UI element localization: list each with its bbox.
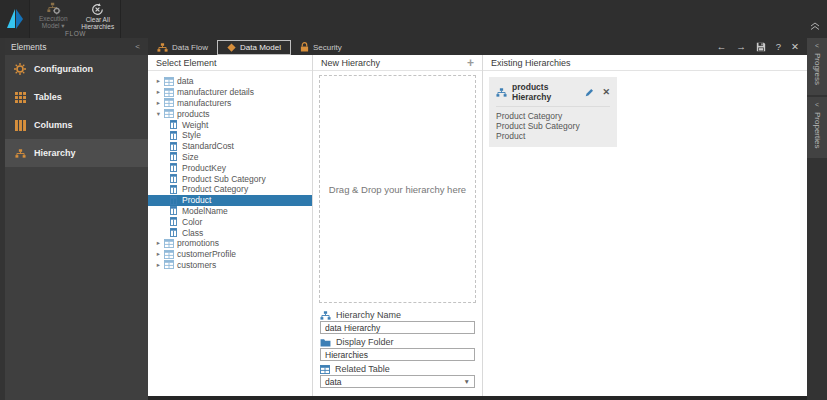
column-blue-icon [168, 206, 179, 215]
add-hierarchy-button[interactable]: + [467, 56, 474, 70]
ribbon-button-label: Clear All Hierarchies [76, 16, 120, 30]
tree-item-size[interactable]: Size [148, 152, 312, 163]
related-table-select[interactable]: data▼ [320, 375, 475, 388]
sidebar-item-columns[interactable]: Columns [5, 111, 148, 139]
collapsed-arrow-icon[interactable]: ▸ [154, 88, 163, 96]
delete-hierarchy-icon[interactable]: ✕ [602, 87, 610, 97]
collapsed-arrow-icon[interactable]: ▸ [154, 77, 163, 85]
tree-item-product-category[interactable]: Product Category [148, 184, 312, 195]
tree-item-weight[interactable]: Weight [148, 119, 312, 130]
execution-model-button[interactable]: Execution Model ▾ [31, 0, 76, 29]
tree-item-label: StandardCost [179, 141, 234, 151]
tree-item-modelname[interactable]: ModelName [148, 206, 312, 217]
hierarchy-level: Product [496, 131, 610, 141]
tree-item-data[interactable]: ▸data [148, 76, 312, 87]
tree-item-promotions[interactable]: ▸promotions [148, 238, 312, 249]
select-element-panel: Select Element ▸data▸manufacturer detail… [148, 55, 313, 396]
collapsed-arrow-icon[interactable]: ▸ [154, 250, 163, 258]
hierarchy-card-products-hierarchy: products Hierarchy✕Product CategoryProdu… [489, 77, 617, 147]
hierarchy-card-header: products Hierarchy✕ [496, 82, 610, 107]
rail-panel-label: Progress [813, 53, 822, 85]
ribbon: Execution Model ▾Clear All Hierarchies F… [0, 0, 827, 38]
field-label-text: Hierarchy Name [336, 310, 401, 320]
new-hierarchy-title: New Hierarchy [321, 58, 380, 68]
hierarchy-dropzone[interactable]: Drag & Drop your hierarchy here [319, 75, 476, 303]
flow-gear-icon [46, 2, 61, 15]
sidebar-item-configuration[interactable]: Configuration [5, 55, 148, 83]
tree-item-customers[interactable]: ▸customers [148, 260, 312, 271]
tree-item-standardcost[interactable]: StandardCost [148, 141, 312, 152]
hierarchy-blue-icon [320, 311, 331, 320]
right-rail: <Progress<Properties [807, 38, 827, 400]
chevron-down-icon: ▼ [464, 378, 470, 385]
tab-data-flow[interactable]: Data Flow [148, 40, 217, 55]
column-blue-icon [168, 163, 179, 172]
tab-data-model[interactable]: Data Model [217, 40, 291, 55]
sidebar-item-hierarchy[interactable]: Hierarchy [5, 139, 148, 167]
sidebar-collapse-icon[interactable]: < [135, 42, 140, 51]
tab-label: Security [313, 43, 342, 52]
rail-panel-properties[interactable]: <Properties [807, 97, 827, 158]
rail-panel-progress[interactable]: <Progress [807, 38, 827, 95]
display-folder-label: Display Folder [313, 334, 482, 348]
column-blue-icon [168, 228, 179, 237]
edit-hierarchy-icon[interactable] [585, 88, 594, 97]
table-lite-icon [163, 109, 174, 118]
tree-item-product[interactable]: Product [148, 195, 312, 206]
collapsed-arrow-icon[interactable]: ▸ [154, 239, 163, 247]
tree-item-product-sub-category[interactable]: Product Sub Category [148, 173, 312, 184]
tree-item-label: customers [174, 260, 216, 270]
table-lite-icon [163, 98, 174, 107]
hierarchy-level: Product Sub Category [496, 121, 610, 131]
collapsed-arrow-icon[interactable]: ▸ [154, 261, 163, 269]
folder-blue-icon [320, 338, 331, 347]
select-element-header: Select Element [148, 55, 312, 71]
column-blue-icon [168, 196, 179, 205]
tab-label: Data Flow [172, 43, 208, 52]
hierarchy-card-title: products Hierarchy [512, 82, 580, 102]
table-lite-icon [163, 239, 174, 248]
new-hierarchy-header: New Hierarchy + [313, 55, 482, 71]
main-content: Select Element ▸data▸manufacturer detail… [148, 55, 807, 396]
ribbon-collapse-icon[interactable] [810, 16, 820, 34]
forward-button[interactable]: → [736, 42, 746, 52]
elements-sidebar: Elements < ConfigurationTablesColumnsHie… [0, 38, 148, 400]
tree-item-class[interactable]: Class [148, 227, 312, 238]
column-blue-icon [168, 185, 179, 194]
back-button[interactable]: ← [717, 42, 727, 52]
column-blue-icon [168, 120, 179, 129]
display-folder-input[interactable] [320, 348, 475, 361]
save-icon[interactable] [756, 42, 766, 52]
close-button[interactable]: ✕ [791, 42, 799, 52]
tree-item-color[interactable]: Color [148, 216, 312, 227]
chevron-left-icon: < [815, 42, 819, 50]
table-blue-icon [320, 365, 330, 374]
tree-item-productkey[interactable]: ProductKey [148, 162, 312, 173]
tree-item-products[interactable]: ▾products [148, 108, 312, 119]
dropzone-hint-text: Drag & Drop your hierarchy here [329, 184, 466, 195]
tree-item-label: products [174, 109, 210, 119]
collapsed-arrow-icon[interactable]: ▸ [154, 99, 163, 107]
sidebar-item-tables[interactable]: Tables [5, 83, 148, 111]
tree-item-label: manufacturer details [174, 87, 254, 97]
tree-item-style[interactable]: Style [148, 130, 312, 141]
app-logo[interactable] [0, 0, 30, 38]
tree-item-manufacturer-details[interactable]: ▸manufacturer details [148, 87, 312, 98]
tree-item-label: manufacturers [174, 98, 231, 108]
help-button[interactable]: ? [776, 42, 781, 52]
tree-item-label: Class [179, 228, 203, 238]
hierarchy-blue-icon [496, 88, 507, 97]
hierarchy-name-input[interactable] [320, 321, 475, 334]
document-tabbar: Data FlowData ModelSecurity ←→?✕ [148, 38, 807, 55]
rail-panel-label: Properties [813, 112, 822, 148]
tab-security[interactable]: Security [291, 40, 351, 55]
hierarchy-name-label: Hierarchy Name [313, 307, 482, 321]
tree-item-label: Weight [179, 120, 208, 130]
tree-item-customerprofile[interactable]: ▸customerProfile [148, 249, 312, 260]
tree-item-label: customerProfile [174, 249, 236, 259]
brand-logo-icon [4, 6, 26, 32]
diamond-icon [227, 43, 236, 52]
tree-item-manufacturers[interactable]: ▸manufacturers [148, 98, 312, 109]
clear-all-hierarchies-button[interactable]: Clear All Hierarchies [76, 0, 121, 29]
expanded-arrow-icon[interactable]: ▾ [154, 110, 163, 118]
